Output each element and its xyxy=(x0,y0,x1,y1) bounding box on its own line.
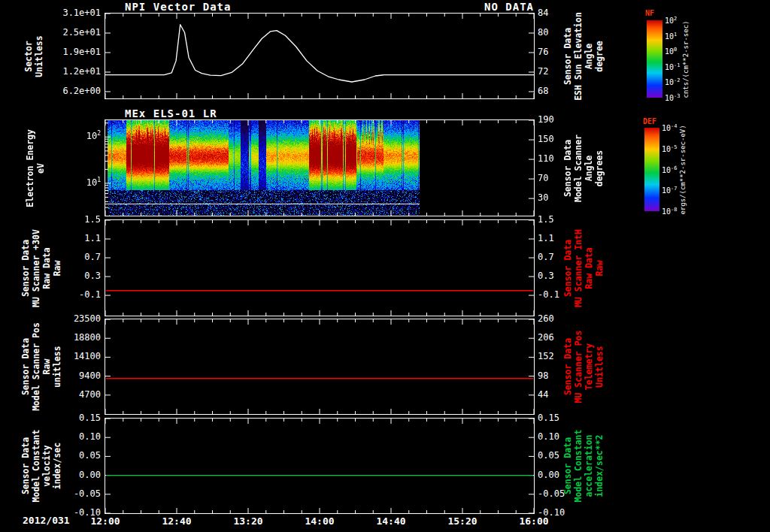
colorbar-gradient xyxy=(644,128,659,211)
axis-title-line: Telemetry xyxy=(584,331,594,404)
y-tick-label: 1.5 xyxy=(48,214,101,225)
x-tick-label: 15:20 xyxy=(440,515,485,527)
colorbar-tick-label: 10-7 xyxy=(662,186,677,195)
colorbar-tick-label: 10-6 xyxy=(662,165,677,174)
axis-title-line: acceleration xyxy=(584,430,594,503)
spectrogram-title: MEx ELS-01 LR xyxy=(125,107,217,119)
colorbar-nf-title: NF xyxy=(645,9,654,17)
axis-title-left: Sensor DataModel Scanner PosRawunitless xyxy=(20,322,62,411)
x-tick-label: 13:20 xyxy=(226,515,271,527)
axis-title-line: ESH Sun Elevation xyxy=(573,12,584,101)
colorbar-tick-label: 10-5 xyxy=(662,144,677,153)
colorbar-tick-label: 10-3 xyxy=(665,93,680,102)
y-tick-label: 1.5 xyxy=(538,214,583,225)
axis-title-line: Raw Data xyxy=(41,229,52,307)
axis-title-line: Sensor Data xyxy=(562,229,573,307)
y-tick-label: 2.5e+01 xyxy=(48,27,101,38)
colorbar-gradient xyxy=(647,20,662,98)
axis-title-line: MU Scanner IntH xyxy=(573,229,584,307)
x-tick-label: 14:40 xyxy=(368,515,414,527)
y-tick-label: 0.15 xyxy=(48,413,101,423)
colorbar-tick-label: 102 xyxy=(665,16,677,25)
data-curve xyxy=(105,25,534,82)
axis-title-line: Model Constant xyxy=(573,430,584,503)
axis-title-right: Sensor DataESH Sun ElevationAngledegree xyxy=(562,12,605,101)
y-tick-label: 6.2e+00 xyxy=(48,86,101,96)
panel-axes xyxy=(105,220,534,316)
x-tick-label: 16:00 xyxy=(511,515,556,527)
plot-title: NPI Vector Data xyxy=(125,1,231,13)
figure: NPI Vector Data NO DATA MEx ELS-01 LR 20… xyxy=(0,0,770,532)
axis-title-line: Model Scanner Pos xyxy=(31,322,41,411)
colorbar-tick-label: 10-2 xyxy=(665,77,680,86)
axis-title-line: index/sec**2 xyxy=(594,430,605,503)
colorbar-tick-label: 10-4 xyxy=(662,123,677,132)
axis-title-left: SectorUnitless xyxy=(23,35,44,77)
colorbar-nf-units: cnts/(cm**2-sr-sec) xyxy=(682,21,690,98)
axis-title-line: Unitless xyxy=(594,331,605,404)
y-tick-label: 0.15 xyxy=(538,413,583,423)
colorbar-tick-label: 101 xyxy=(665,32,677,41)
axis-title-line: Sector xyxy=(23,35,34,77)
axis-title-line: Sensor Data xyxy=(20,229,31,307)
axis-title-line: Angle xyxy=(584,134,594,201)
axis-title-line: index/sec xyxy=(52,430,62,503)
x-tick-label: 14:00 xyxy=(297,515,342,527)
axis-title-line: eV xyxy=(35,129,46,207)
axis-title-line: degree xyxy=(594,12,605,101)
y-tick-label: 260 xyxy=(538,313,583,324)
axis-title-line: MU Scanner Pos xyxy=(573,331,584,404)
y-tick-label: 1.2e+01 xyxy=(48,66,101,77)
y-tick-label: 101 xyxy=(48,177,101,188)
axis-title-line: velocity xyxy=(41,430,52,503)
axis-title-line: Angle xyxy=(584,12,594,101)
axis-title-right: Sensor DataModel Constantaccelerationind… xyxy=(562,430,605,503)
axis-title-line: Model Constant xyxy=(31,430,41,503)
axis-title-line: Electron Energy xyxy=(25,129,35,207)
colorbar-tick-label: 10-1 xyxy=(665,62,680,71)
y-tick-label: 190 xyxy=(538,114,583,125)
axis-title-right: Sensor DataMU Scanner IntHRaw DataRaw xyxy=(562,229,605,307)
y-tick-label: 1.9e+01 xyxy=(48,47,101,57)
axis-title-line: Raw xyxy=(41,322,52,411)
axis-title-right: Sensor DataMU Scanner PosTelemetryUnitle… xyxy=(562,331,605,404)
axis-title-line: Sensor Data xyxy=(562,331,573,404)
colorbar-def-units: ergs/(cm**2-sr-sec-eV) xyxy=(679,125,687,214)
axis-title-line: unitless xyxy=(52,322,62,411)
axis-title-line: Sensor Data xyxy=(562,430,573,503)
axis-title-line: Sensor Data xyxy=(20,322,31,411)
colorbar-tick-label: 100 xyxy=(665,47,677,56)
axis-title-line: degrees xyxy=(594,134,605,201)
y-tick-label: 102 xyxy=(48,130,101,141)
panel-axes xyxy=(105,120,534,216)
axis-title-left: Sensor DataMU Scanner +30VRaw DataRaw xyxy=(20,229,62,307)
x-tick-label: 12:40 xyxy=(154,515,199,527)
axis-title-line: Sensor Data xyxy=(562,12,573,101)
panel-axes xyxy=(105,319,534,414)
axis-title-line: MU Scanner +30V xyxy=(31,229,41,307)
axis-title-left: Electron EnergyeV xyxy=(25,129,46,207)
panel-axes xyxy=(105,14,534,98)
axis-title-line: Raw xyxy=(52,229,62,307)
axis-title-line: Raw Data xyxy=(584,229,594,307)
axis-title-line: Sensor Data xyxy=(20,430,31,503)
axis-title-left: Sensor DataModel Constantvelocityindex/s… xyxy=(20,430,62,503)
x-tick-label: 12:00 xyxy=(83,515,128,527)
y-tick-label: 3.1e+01 xyxy=(48,8,101,18)
no-data-label: NO DATA xyxy=(391,1,534,13)
axis-title-line: Model Scanner xyxy=(573,134,584,201)
panel-axes xyxy=(105,419,534,513)
colorbar-def-title: DEF xyxy=(643,117,656,125)
axis-title-line: Unitless xyxy=(34,35,44,77)
axis-title-right: Sensor DataModel ScannerAngledegrees xyxy=(562,134,605,201)
axis-title-line: Sensor Data xyxy=(562,134,573,201)
colorbar-tick-label: 10-8 xyxy=(662,207,677,216)
axis-title-line: Raw xyxy=(594,229,605,307)
